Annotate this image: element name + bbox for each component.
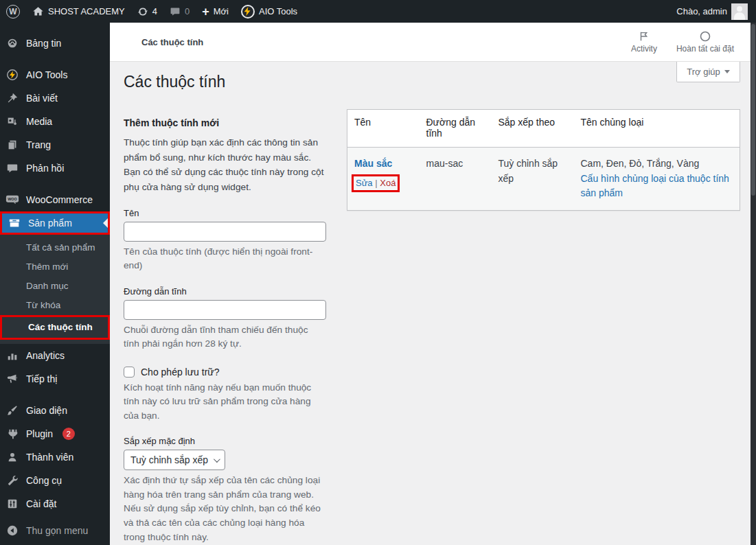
products-icon (8, 217, 21, 229)
attribute-slug-input[interactable] (124, 300, 326, 320)
sidebar-item-label: Phản hồi (26, 163, 64, 174)
sidebar-item-label: Giao diện (26, 405, 67, 416)
sidebar-item-products[interactable]: Sản phẩm (0, 211, 110, 235)
form-intro-text: Thuộc tính giúp bạn xác định các thông t… (124, 135, 326, 195)
woocommerce-icon: WOO (5, 194, 19, 205)
chevron-down-icon (724, 70, 730, 73)
help-dropdown-button[interactable]: Trợ giúp (676, 62, 740, 82)
sidebar-item-comments[interactable]: Phản hồi (0, 156, 110, 180)
table-header-row: Tên Đường dẫn tĩnh Sắp xếp theo Tên chủn… (347, 110, 740, 148)
sidebar-item-label: AIO Tools (26, 69, 67, 80)
collapse-menu-button[interactable]: Thu gọn menu (0, 519, 110, 542)
table-row: Màu sắc Sửa | Xoá mau-sac Tuỳ chỉnh sắp … (347, 148, 740, 211)
comment-icon (5, 162, 19, 174)
slug-field-help: Chuỗi đường dẫn tĩnh tham chiếu đến thuộ… (124, 323, 326, 351)
sidebar-item-tools[interactable]: Công cụ (0, 469, 110, 492)
activity-button[interactable]: Activity (631, 30, 657, 54)
updates-button[interactable]: 4 (131, 0, 163, 23)
cell-terms: Cam, Đen, Đỏ, Trắng, Vàng Cấu hình chủng… (574, 148, 740, 211)
sidebar-item-woocommerce[interactable]: WOO WooCommerce (0, 188, 110, 211)
help-label: Trợ giúp (687, 67, 720, 77)
marketing-icon (5, 373, 19, 385)
comments-button[interactable]: 0 (163, 0, 196, 23)
sidebar-item-label: Tiếp thị (26, 373, 57, 384)
edit-link[interactable]: Sửa (356, 178, 373, 188)
admin-bar: W SHOST ACADEMY 4 0 + Mới AIO Tools Chào… (0, 0, 756, 23)
attribute-name-link[interactable]: Màu sắc (354, 158, 392, 169)
settings-icon (5, 498, 19, 510)
submenu-item-categories[interactable]: Danh mục (0, 277, 110, 296)
media-icon (5, 115, 19, 128)
sidebar-item-media[interactable]: Media (0, 110, 110, 133)
cell-order-by: Tuỳ chỉnh sắp xếp (492, 148, 574, 211)
sidebar-item-settings[interactable]: Cài đặt (0, 492, 110, 515)
new-label: Mới (214, 6, 229, 16)
attribute-name-input[interactable] (124, 222, 326, 242)
sidebar-item-label: Bảng tin (26, 38, 61, 49)
sidebar-item-analytics[interactable]: Analytics (0, 344, 110, 367)
updates-icon (137, 6, 148, 17)
submenu-item-attributes[interactable]: Các thuộc tính (0, 315, 110, 340)
sidebar-item-label: Media (26, 116, 52, 127)
sidebar-item-users[interactable]: Thành viên (0, 445, 110, 469)
sidebar-item-plugins[interactable]: Plugin 2 (0, 422, 110, 445)
pages-icon (5, 139, 19, 151)
header-name[interactable]: Tên (347, 110, 420, 148)
submenu-item-tags[interactable]: Từ khóa (0, 296, 110, 315)
sidebar-item-pages[interactable]: Trang (0, 133, 110, 156)
avatar (731, 3, 748, 20)
aio-lightning-icon (241, 5, 255, 19)
admin-sidebar: Bảng tin AIO Tools Bài viết Media Trang … (0, 23, 110, 545)
scrollbar-track[interactable] (751, 23, 756, 545)
sidebar-item-label: Thu gọn menu (26, 525, 88, 536)
sidebar-item-label: Sản phẩm (28, 218, 72, 229)
flag-icon (638, 30, 650, 43)
sort-help: Xác định thứ tự sắp xếp của tên các chủn… (124, 474, 326, 544)
woocommerce-header-bar: Các thuộc tính Activity Hoàn tất cài đặt (110, 23, 751, 62)
sidebar-item-label: Thành viên (26, 452, 73, 463)
sidebar-item-appearance[interactable]: Giao diện (0, 399, 110, 422)
sidebar-item-marketing[interactable]: Tiếp thị (0, 367, 110, 391)
tools-icon (5, 474, 19, 487)
circle-progress-icon (699, 30, 711, 43)
aio-tools-bar-button[interactable]: AIO Tools (235, 0, 303, 23)
submenu-item-all-products[interactable]: Tất cả sản phẩm (0, 238, 110, 257)
sidebar-item-label: Plugin (26, 428, 53, 439)
scrollbar-thumb[interactable] (751, 24, 755, 196)
submenu-item-add-new[interactable]: Thêm mới (0, 257, 110, 277)
attributes-table-wrap: Tên Đường dẫn tĩnh Sắp xếp theo Tên chủn… (347, 109, 740, 211)
enable-archives-label[interactable]: Cho phép lưu trữ? (141, 367, 219, 378)
default-sort-select[interactable]: Tuỳ chỉnh sắp xếp (124, 450, 225, 470)
delete-link[interactable]: Xoá (380, 178, 396, 188)
cell-slug: mau-sac (420, 148, 492, 211)
cell-name: Màu sắc Sửa | Xoá (347, 148, 420, 211)
default-sort-value: Tuỳ chỉnh sắp xếp (130, 454, 208, 465)
comments-icon (170, 6, 181, 17)
sidebar-item-posts[interactable]: Bài viết (0, 86, 110, 110)
enable-archives-checkbox[interactable] (124, 367, 135, 378)
analytics-icon (5, 349, 19, 362)
archives-help: Kích hoạt tính năng này nếu bạn muốn thu… (124, 381, 326, 424)
page-title: Các thuộc tính (124, 73, 751, 91)
header-slug[interactable]: Đường dẫn tĩnh (420, 110, 492, 148)
action-separator: | (375, 178, 377, 188)
header-terms[interactable]: Tên chủng loại (574, 110, 740, 148)
configure-terms-link[interactable]: Cấu hình chủng loại của thuộc tính sản p… (581, 173, 729, 199)
sidebar-item-label: Cài đặt (26, 498, 56, 509)
header-order-by[interactable]: Sắp xếp theo (492, 110, 574, 148)
sidebar-item-dashboard[interactable]: Bảng tin (0, 32, 110, 55)
wordpress-menu-button[interactable]: W (0, 0, 26, 23)
add-attribute-form: Thêm thuộc tính mới Thuộc tính giúp bạn … (124, 109, 326, 545)
breadcrumb: Các thuộc tính (141, 37, 203, 47)
sidebar-item-label: Trang (26, 139, 51, 150)
lightning-icon (5, 69, 19, 81)
sidebar-item-aio-tools[interactable]: AIO Tools (0, 63, 110, 86)
main-area: Các thuộc tính Activity Hoàn tất cài đặt… (110, 23, 751, 545)
finish-setup-button[interactable]: Hoàn tất cài đặt (676, 30, 734, 54)
wordpress-logo-icon: W (6, 5, 20, 19)
new-content-button[interactable]: + Mới (196, 0, 235, 23)
site-link[interactable]: SHOST ACADEMY (26, 0, 131, 23)
pushpin-icon (5, 92, 19, 104)
account-menu[interactable]: Chào, admin (670, 0, 756, 23)
products-submenu: Tất cả sản phẩm Thêm mới Danh mục Từ khó… (0, 235, 110, 344)
